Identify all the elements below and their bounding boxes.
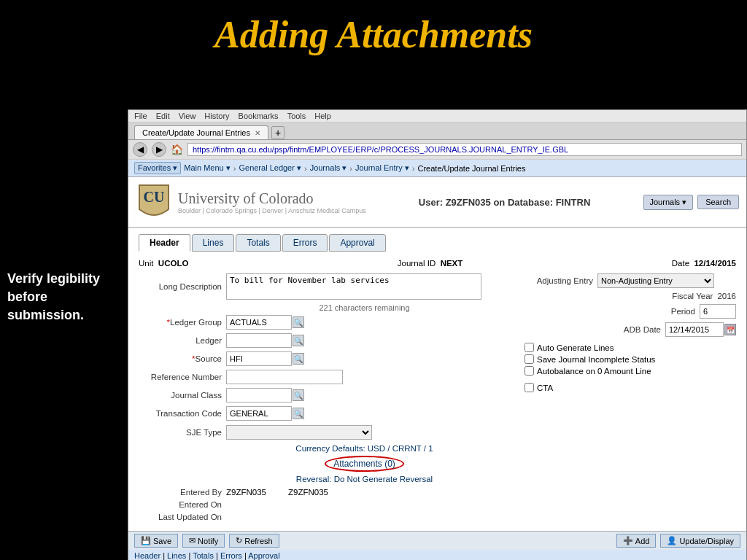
autobalance-label: Autobalance on 0 Amount Line — [537, 367, 651, 376]
cta-checkbox[interactable] — [525, 383, 534, 392]
fiscal-year-label: Fiscal Year — [672, 292, 717, 300]
menu-history[interactable]: History — [204, 112, 229, 120]
main-menu[interactable]: Main Menu ▾ — [184, 163, 230, 173]
cu-header: CU University of Colorado Boulder | Colo… — [128, 177, 746, 228]
source-label: *Source — [139, 354, 226, 363]
add-button[interactable]: ➕ Add — [616, 534, 657, 548]
currency-link-row: Currency Defaults: USD / CRRNT / 1 — [226, 444, 503, 453]
adb-date-row: ADB Date 📅 — [517, 322, 736, 337]
tab-errors[interactable]: Errors — [282, 234, 328, 252]
ref-number-input[interactable] — [226, 370, 343, 384]
auto-generate-label: Auto Generate Lines — [537, 343, 614, 352]
calendar-icon[interactable]: 📅 — [724, 324, 736, 335]
adj-entry-label: Adjusting Entry — [517, 276, 597, 285]
autobalance-checkbox[interactable] — [525, 366, 534, 376]
ledger-group-label: *Ledger Group — [139, 318, 226, 327]
search-button[interactable]: Search — [697, 195, 739, 209]
save-incomplete-checkbox[interactable] — [525, 354, 534, 364]
top-info-row: Unit UCOLO Journal ID NEXT Date 12/14/20… — [139, 259, 736, 268]
tab-totals[interactable]: Totals — [236, 234, 280, 252]
back-button[interactable]: ◀ — [133, 142, 147, 157]
ledger-input[interactable] — [226, 333, 292, 348]
refresh-button[interactable]: ↻ Refresh — [229, 534, 279, 548]
journal-entry-link[interactable]: Journal Entry ▾ — [355, 163, 409, 173]
ref-number-row: Reference Number — [139, 370, 503, 384]
attachments-link[interactable]: Attachments (0) — [325, 456, 404, 472]
footer-lines-link[interactable]: Lines — [167, 551, 186, 560]
browser-tab[interactable]: Create/Update Journal Entries ✕ — [134, 125, 268, 139]
ref-number-label: Reference Number — [139, 373, 226, 381]
date-label: Date — [672, 259, 689, 268]
adj-entry-select[interactable]: Non-Adjusting Entry — [597, 273, 714, 288]
notify-icon: ✉ — [189, 536, 196, 545]
ledger-row: Ledger 🔍 — [139, 333, 503, 348]
menu-view[interactable]: View — [179, 112, 196, 120]
transaction-code-input[interactable] — [226, 406, 292, 421]
period-input[interactable] — [700, 304, 736, 319]
add-icon: ➕ — [623, 536, 633, 545]
update-display-button[interactable]: 👤 Update/Display — [660, 534, 740, 548]
reversal-link-row: Reversal: Do Not Generate Reversal — [226, 475, 503, 483]
fiscal-year-row: Fiscal Year 2016 — [517, 292, 736, 300]
menu-file[interactable]: File — [134, 112, 147, 120]
ledger-label: Ledger — [139, 336, 226, 345]
auto-generate-row: Auto Generate Lines — [525, 343, 736, 352]
unit-value: UCOLO — [158, 259, 189, 268]
address-bar: ◀ ▶ 🏠 — [128, 140, 746, 160]
sje-type-row: SJE Type — [139, 425, 503, 440]
ps-tabs: Header Lines Totals Errors Approval — [139, 234, 736, 252]
long-desc-label: Long Description — [139, 282, 226, 291]
journal-class-lookup-icon[interactable]: 🔍 — [293, 389, 304, 401]
home-icon[interactable]: 🏠 — [171, 144, 183, 155]
user-info: User: Z9ZFN035 on Database: FINTRN — [378, 197, 632, 208]
currency-defaults-link[interactable]: Currency Defaults: USD / CRRNT / 1 — [295, 444, 433, 453]
journal-class-label: Journal Class — [139, 391, 226, 400]
source-input[interactable] — [226, 351, 292, 366]
save-button[interactable]: 💾 Save — [134, 534, 178, 548]
menu-edit[interactable]: Edit — [156, 112, 170, 120]
ledger-group-input[interactable] — [226, 315, 292, 330]
journal-id-field: Journal ID NEXT — [398, 259, 462, 268]
tab-approval[interactable]: Approval — [329, 234, 385, 252]
ledger-group-lookup-icon[interactable]: 🔍 — [293, 316, 304, 328]
footer-approval-link[interactable]: Approval — [248, 551, 279, 560]
notify-button[interactable]: ✉ Notify — [182, 534, 225, 548]
sje-type-label: SJE Type — [139, 428, 226, 437]
favorites-menu[interactable]: Favorites ▾ — [134, 162, 181, 174]
reversal-link[interactable]: Reversal: Do Not Generate Reversal — [296, 475, 433, 483]
source-lookup-icon[interactable]: 🔍 — [293, 353, 304, 365]
menu-help[interactable]: Help — [314, 112, 331, 120]
menu-tools[interactable]: Tools — [287, 112, 306, 120]
footer-errors-link[interactable]: Errors — [220, 551, 242, 560]
close-tab-icon[interactable]: ✕ — [255, 129, 260, 137]
fiscal-year-value: 2016 — [717, 292, 736, 300]
menu-bookmarks[interactable]: Bookmarks — [239, 112, 279, 120]
long-desc-input[interactable] — [226, 273, 481, 300]
footer-totals-link[interactable]: Totals — [193, 551, 214, 560]
adb-date-input[interactable] — [665, 322, 724, 337]
tab-lines[interactable]: Lines — [192, 234, 235, 252]
journals-link[interactable]: Journals ▾ — [310, 163, 347, 173]
save-incomplete-label: Save Journal Incomplete Status — [537, 355, 655, 364]
sje-type-select[interactable] — [226, 425, 372, 440]
cta-label: CTA — [537, 384, 553, 392]
address-input[interactable] — [187, 143, 742, 156]
tab-header[interactable]: Header — [139, 234, 190, 252]
new-tab-button[interactable]: + — [271, 126, 285, 139]
journals-dropdown-button[interactable]: Journals ▾ — [643, 195, 694, 210]
form-section: Long Description 221 characters remainin… — [139, 273, 503, 521]
forward-button[interactable]: ▶ — [152, 142, 166, 157]
auto-generate-checkbox[interactable] — [525, 343, 534, 352]
journal-class-input[interactable] — [226, 388, 292, 402]
footer-header-link[interactable]: Header — [134, 551, 160, 560]
long-desc-row: Long Description — [139, 273, 503, 300]
autobalance-row: Autobalance on 0 Amount Line — [525, 366, 736, 376]
general-ledger-link[interactable]: General Ledger ▾ — [239, 163, 301, 173]
cu-shield-icon: CU — [136, 182, 172, 222]
bottom-bar-right: ➕ Add 👤 Update/Display — [616, 534, 740, 548]
create-update-label: Create/Update Journal Entries — [417, 164, 525, 173]
cu-text-block: University of Colorado Boulder | Colorad… — [178, 190, 366, 214]
journal-id-value: NEXT — [441, 259, 463, 268]
transaction-code-lookup-icon[interactable]: 🔍 — [293, 408, 304, 419]
ledger-lookup-icon[interactable]: 🔍 — [293, 335, 304, 346]
